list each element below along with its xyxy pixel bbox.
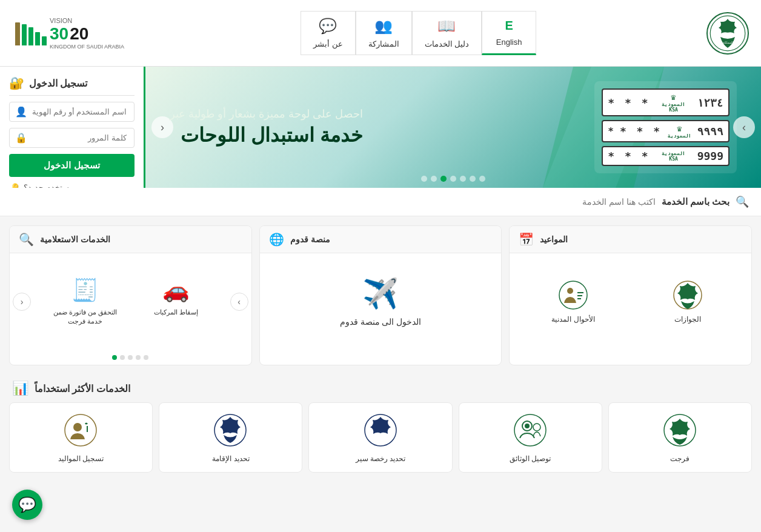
inquiry-dot-4[interactable]: [120, 355, 125, 360]
nav-services-guide-label: دليل الخدمات: [425, 39, 470, 48]
login-links: مستخدم جديد؟ 🔑 نسيت كلمة المرور؟ 🔒: [9, 183, 135, 188]
svg-point-17: [65, 414, 96, 446]
documents-label: توصيل الوثائق: [510, 454, 551, 463]
hero-dot-5[interactable]: [440, 176, 447, 182]
arrival-header: منصة قدوم 🌐: [260, 226, 502, 253]
svg-point-13: [525, 424, 530, 428]
service-panels-row: المواعيد 📅 ا: [9, 225, 752, 365]
login-icon: 🔐: [9, 76, 24, 90]
vision-subtitle-ar: KINGDOM OF SAUDI ARABIA: [50, 44, 124, 50]
births-label: تسجيل المواليد: [58, 454, 104, 463]
inquiry-vehicles-label: إسقاط المركبات: [154, 308, 198, 317]
password-input[interactable]: [9, 128, 135, 148]
chart-bar-5: [15, 22, 20, 45]
user-icon: 👤: [15, 106, 27, 118]
chart-bar-4: [22, 24, 27, 45]
plate-english-3: * * *: [608, 150, 650, 162]
nav-absher[interactable]: 💬 عن أبشر: [301, 11, 356, 55]
login-button[interactable]: تسجيل الدخول: [9, 154, 135, 177]
hero-dot-3[interactable]: [460, 176, 466, 182]
lock-icon: 🔒: [15, 132, 27, 144]
svg-rect-7: [577, 292, 583, 293]
header-right: المملكة: [706, 12, 749, 55]
service-card-documents[interactable]: توصيل الوثائق: [459, 402, 602, 473]
service-card-residence[interactable]: تحديد الإقامة: [159, 402, 302, 473]
residence-label: تحديد الإقامة: [212, 454, 249, 463]
arrival-label: الدخول الى منصة قدوم: [340, 317, 422, 327]
hero-dot-4[interactable]: [450, 176, 456, 182]
chart-bar-2: [35, 32, 40, 45]
vision-year-20: 20: [70, 24, 88, 44]
new-user-label: مستخدم جديد؟: [24, 183, 74, 188]
inquiry-prev-btn[interactable]: ‹: [13, 293, 31, 311]
search-icon: 🔍: [736, 195, 749, 208]
inquiry-invoice-label: التحقق من فاتورة ضمن خدمة فرجت: [48, 308, 121, 327]
hero-dot-2[interactable]: [470, 176, 476, 182]
arrival-title: منصة قدوم: [290, 234, 330, 244]
invoice-check-icon: 🧾: [71, 278, 99, 303]
hero-title: خدمة استبدال اللوحات: [170, 124, 363, 147]
most-used-grid: فرجت توصيل الوثائق: [9, 402, 752, 473]
calendar-icon: 📅: [519, 232, 534, 247]
people-icon: 👥: [374, 18, 393, 35]
main-logo: المملكة: [706, 12, 749, 55]
nav-english[interactable]: E English: [482, 11, 536, 55]
search-input[interactable]: [12, 197, 656, 207]
nav-participation[interactable]: 👥 المشاركة: [356, 11, 412, 55]
plate-arabic-2: ٩٩٩٩: [697, 125, 723, 138]
civil-icon: [558, 280, 588, 310]
vehicle-drop-icon: 🚗: [162, 278, 190, 303]
inquiry-dot-3[interactable]: [128, 355, 133, 360]
inquiry-item-invoice[interactable]: 🧾 التحقق من فاتورة ضمن خدمة فرجت: [42, 271, 127, 333]
inquiry-dot-5[interactable]: [112, 355, 117, 360]
inquiry-panel: الخدمات الاستعلامية 🔍 ‹ 🚗 إسقاط المركبات…: [9, 225, 252, 365]
service-card-farjat[interactable]: فرجت: [608, 402, 752, 473]
plate-arabic-1: ١٢٣٤: [697, 96, 723, 109]
inquiry-dot-1[interactable]: [144, 355, 148, 360]
book-icon: 📖: [437, 18, 456, 35]
english-icon: E: [505, 19, 513, 33]
search-section: 🔍 بحث باسم الخدمة: [0, 188, 761, 216]
chart-bar-1: [42, 36, 47, 45]
main-nav: E English 📖 دليل الخدمات 👥 المشاركة 💬 عن…: [301, 11, 536, 55]
hero-dot-6[interactable]: [431, 176, 437, 182]
nav-services-guide[interactable]: 📖 دليل الخدمات: [412, 11, 482, 55]
vision-text-block: VISION 20 30 KINGDOM OF SAUDI ARABIA: [50, 17, 124, 50]
login-sidebar: تسجيل الدخول 🔐 👤 🔒 تسجيل الدخول مستخدم ج…: [0, 67, 145, 188]
appointment-civil[interactable]: الأحوال المدنية: [519, 274, 627, 330]
farjat-label: فرجت: [670, 454, 690, 463]
residence-icon: [213, 412, 249, 448]
inquiry-dot-2[interactable]: [136, 355, 141, 360]
plate-arabic-3: 9999: [697, 150, 723, 162]
arrival-body: ✈️ الدخول الى منصة قدوم: [260, 253, 502, 350]
civil-label: الأحوال المدنية: [551, 315, 594, 324]
inquiry-next-btn[interactable]: ›: [230, 293, 248, 311]
appointment-passports[interactable]: الجوازات: [634, 274, 742, 330]
nav-absher-label: عن أبشر: [313, 39, 343, 48]
hero-dot-7[interactable]: [421, 176, 427, 182]
hero-banner: ١٢٣٤ ♛ السعودية KSA * * * ٩٩٩٩ ♛ السعودي…: [145, 67, 761, 188]
appointments-header: المواعيد 📅: [510, 226, 751, 253]
appointments-body: الجوازات: [510, 253, 751, 350]
vision-subtitle-en: VISION: [50, 17, 72, 24]
passports-icon: [673, 280, 703, 310]
new-user-link[interactable]: مستخدم جديد؟ 🔑: [9, 183, 135, 188]
service-card-license[interactable]: تحديد رخصة سير: [308, 402, 452, 473]
plate-english-1: * * *: [608, 96, 650, 109]
inquiry-item-vehicles[interactable]: 🚗 إسقاط المركبات: [133, 271, 218, 333]
service-card-births[interactable]: تسجيل المواليد: [9, 402, 153, 473]
inquiry-dots: [10, 350, 251, 365]
vision-2030-logo: VISION 20 30 KINGDOM OF SAUDI ARABIA: [12, 17, 130, 50]
svg-point-18: [73, 423, 82, 431]
plate-emblem-1: ♛ السعودية KSA: [662, 92, 685, 113]
search-label: بحث باسم الخدمة: [662, 196, 729, 207]
main-content: المواعيد 📅 ا: [0, 216, 761, 482]
chart-bar-3: [28, 27, 33, 45]
vision-chart: [15, 21, 47, 45]
header: المملكة E English 📖 دليل الخدمات 👥 المشا…: [0, 0, 761, 67]
plate-emblem-2: ♛ السعودية: [668, 124, 691, 139]
username-input[interactable]: [9, 102, 135, 122]
hero-dot-1[interactable]: [479, 176, 485, 182]
license-label: تحديد رخصة سير: [356, 454, 406, 463]
username-field-wrap: 👤: [9, 102, 135, 122]
